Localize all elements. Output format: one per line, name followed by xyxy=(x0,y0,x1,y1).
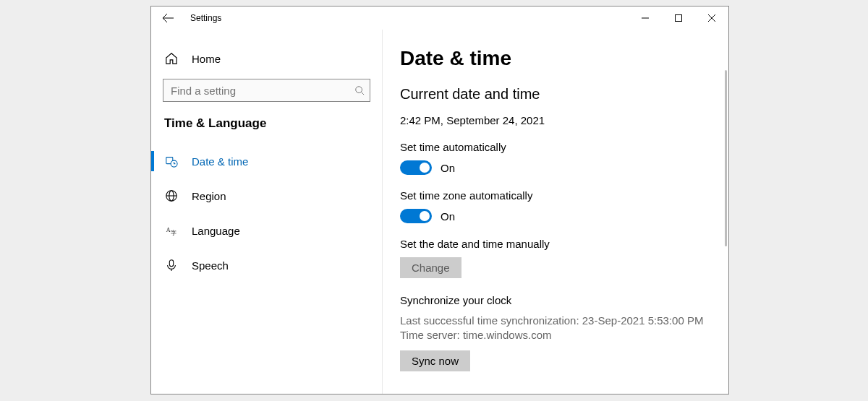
auto-tz-toggle[interactable] xyxy=(400,209,432,223)
language-icon: A字 xyxy=(164,224,179,237)
current-date-time-value: 2:42 PM, September 24, 2021 xyxy=(400,114,711,126)
nav-date-time[interactable]: Date & time xyxy=(151,144,382,178)
auto-tz-label: Set time zone automatically xyxy=(400,189,711,202)
scrollbar-thumb[interactable] xyxy=(725,70,727,246)
back-arrow-icon xyxy=(162,13,174,23)
maximize-button[interactable] xyxy=(662,7,695,30)
current-date-time-heading: Current date and time xyxy=(400,86,711,103)
toggle-knob xyxy=(420,211,430,221)
close-icon xyxy=(708,14,715,22)
nav-label: Speech xyxy=(192,259,229,272)
sync-now-button[interactable]: Sync now xyxy=(400,350,470,371)
auto-time-toggle[interactable] xyxy=(400,160,432,175)
maximize-icon xyxy=(675,14,682,22)
change-button[interactable]: Change xyxy=(400,257,461,278)
svg-point-2 xyxy=(356,87,362,93)
settings-window: Settings Home xyxy=(150,6,729,394)
minimize-button[interactable] xyxy=(629,7,662,30)
sync-last-line: Last successful time synchronization: 23… xyxy=(400,314,703,327)
search-box[interactable] xyxy=(163,79,370,102)
globe-icon xyxy=(164,189,179,202)
manual-label: Set the date and time manually xyxy=(400,238,711,250)
window-controls xyxy=(629,7,728,30)
nav-label: Date & time xyxy=(192,155,248,168)
back-button[interactable] xyxy=(151,7,184,30)
svg-rect-1 xyxy=(676,15,682,22)
search-input[interactable] xyxy=(163,85,349,97)
nav-region[interactable]: Region xyxy=(151,178,382,213)
sync-server-line: Time server: time.windows.com xyxy=(400,329,552,341)
titlebar: Settings xyxy=(151,7,728,30)
auto-tz-toggle-row: On xyxy=(400,209,711,223)
svg-text:字: 字 xyxy=(171,230,176,236)
svg-line-3 xyxy=(362,92,365,95)
content-area: Date & time Current date and time 2:42 P… xyxy=(383,30,728,394)
clock-calendar-icon xyxy=(164,155,179,168)
search-wrap xyxy=(151,73,382,113)
nav-label: Region xyxy=(192,190,226,202)
sync-heading: Synchronize your clock xyxy=(400,294,711,306)
sidebar-section-title: Time & Language xyxy=(151,113,382,144)
home-label: Home xyxy=(192,53,221,65)
home-nav[interactable]: Home xyxy=(151,44,382,73)
minimize-icon xyxy=(642,14,649,22)
sync-info: Last successful time synchronization: 23… xyxy=(400,314,711,343)
toggle-knob xyxy=(420,163,430,173)
sidebar: Home Time & Language Date & time xyxy=(151,30,383,394)
nav-speech[interactable]: Speech xyxy=(151,248,382,283)
home-icon xyxy=(164,52,179,65)
page-title: Date & time xyxy=(400,47,711,70)
close-button[interactable] xyxy=(695,7,728,30)
nav-label: Language xyxy=(192,225,240,237)
svg-text:A: A xyxy=(166,227,171,233)
auto-tz-state: On xyxy=(441,210,455,223)
search-icon xyxy=(349,85,370,95)
nav-language[interactable]: A字 Language xyxy=(151,213,382,248)
window-body: Home Time & Language Date & time xyxy=(151,30,728,394)
app-title: Settings xyxy=(184,13,221,23)
auto-time-toggle-row: On xyxy=(400,160,711,175)
svg-rect-11 xyxy=(169,260,173,267)
auto-time-label: Set time automatically xyxy=(400,141,711,153)
sync-section: Synchronize your clock Last successful t… xyxy=(400,294,711,371)
microphone-icon xyxy=(164,259,179,272)
auto-time-state: On xyxy=(441,162,455,174)
